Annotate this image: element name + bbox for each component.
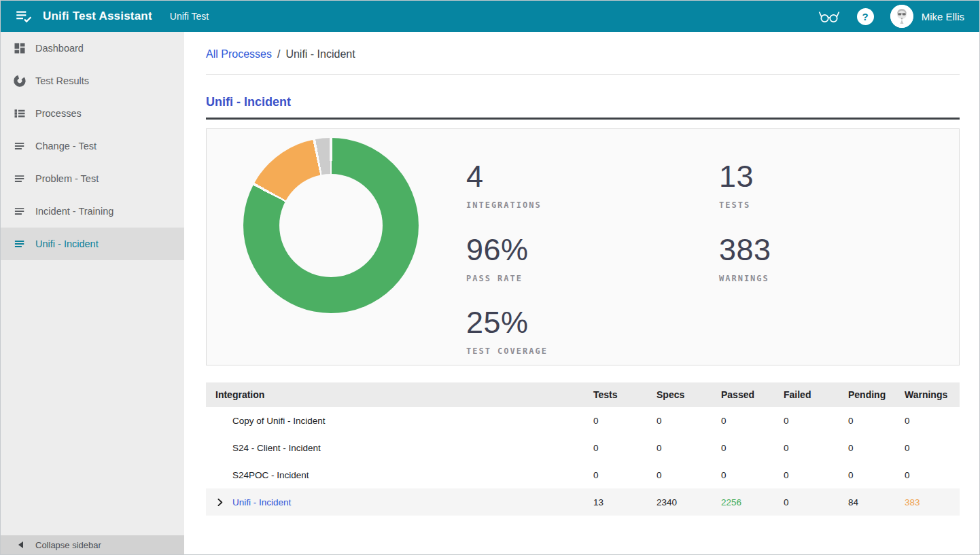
process-lines-icon — [13, 139, 27, 153]
integration-name-cell: Unifi - Incident — [206, 497, 593, 508]
results-donut-chart — [243, 138, 419, 313]
sidebar-item-label: Incident - Training — [35, 206, 113, 217]
failed-value: 0 — [784, 416, 848, 426]
donut-chart-icon — [13, 74, 27, 88]
pending-value: 0 — [848, 416, 905, 426]
pending-value: 84 — [848, 497, 905, 507]
passed-value: 2256 — [721, 497, 784, 507]
sidebar-item-problem-test[interactable]: Problem - Test — [1, 162, 184, 195]
sidebar-item-dashboard[interactable]: Dashboard — [1, 32, 184, 65]
integration-name-cell: Copy of Unifi - Incident — [206, 416, 593, 426]
column-header-warnings: Warnings — [905, 389, 960, 400]
breadcrumb: All Processes / Unifi - Incident — [206, 48, 960, 60]
failed-value: 0 — [784, 470, 848, 480]
column-header-tests: Tests — [593, 389, 657, 400]
tests-value: 0 — [593, 443, 657, 453]
app-subtitle: Unifi Test — [170, 11, 209, 22]
passed-value: 0 — [721, 416, 784, 426]
stat-integrations: 4INTEGRATIONS — [466, 159, 542, 210]
stat-value: 4 — [466, 159, 542, 194]
column-header-failed: Failed — [784, 389, 848, 400]
sidebar-nav: DashboardTest ResultsProcessesChange - T… — [1, 32, 184, 535]
integration-table: IntegrationTestsSpecsPassedFailedPending… — [206, 382, 960, 516]
sidebar: DashboardTest ResultsProcessesChange - T… — [1, 32, 184, 554]
breadcrumb-separator: / — [277, 48, 280, 60]
stat-value: 383 — [719, 232, 771, 268]
warnings-value: 383 — [905, 497, 960, 507]
collapse-arrow-icon — [18, 541, 23, 548]
chevron-right-icon[interactable] — [214, 497, 226, 508]
sidebar-item-label: Change - Test — [35, 141, 97, 151]
column-header-passed: Passed — [721, 389, 784, 400]
column-header-pending: Pending — [848, 389, 905, 400]
stat-label: TEST COVERAGE — [466, 346, 548, 356]
stat-warnings: 383WARNINGS — [719, 232, 771, 283]
process-lines-icon — [13, 237, 27, 251]
stat-label: INTEGRATIONS — [466, 200, 542, 210]
failed-value: 0 — [784, 443, 848, 453]
sidebar-item-incident-training[interactable]: Incident - Training — [1, 195, 184, 228]
table-header-row: IntegrationTestsSpecsPassedFailedPending… — [206, 382, 960, 407]
pending-value: 0 — [848, 470, 905, 480]
process-lines-icon — [13, 172, 27, 185]
stat-label: PASS RATE — [466, 274, 529, 283]
sidebar-item-label: Problem - Test — [35, 173, 99, 184]
stat-test-coverage: 25%TEST COVERAGE — [466, 305, 548, 356]
sidebar-item-change-test[interactable]: Change - Test — [1, 130, 184, 162]
failed-value: 0 — [784, 497, 848, 507]
glasses-icon[interactable] — [818, 8, 841, 24]
stat-value: 25% — [466, 305, 548, 340]
specs-value: 0 — [657, 443, 721, 453]
column-header-specs: Specs — [657, 389, 721, 400]
tests-value: 0 — [593, 470, 657, 480]
column-header-integration: Integration — [206, 389, 593, 400]
summary-card: 4INTEGRATIONS13TESTS96%PASS RATE383WARNI… — [206, 128, 960, 365]
warnings-value: 0 — [905, 416, 960, 426]
help-icon[interactable]: ? — [857, 8, 874, 25]
main-content: All Processes / Unifi - Incident Unifi -… — [184, 32, 979, 554]
breadcrumb-current: Unifi - Incident — [285, 48, 355, 60]
passed-value: 0 — [721, 470, 784, 480]
stat-value: 13 — [719, 159, 754, 194]
sidebar-item-label: Unifi - Incident — [35, 238, 99, 249]
avatar[interactable] — [890, 5, 913, 28]
table-body: Copy of Unifi - Incident000000S24 - Clie… — [206, 407, 960, 516]
passed-value: 0 — [721, 443, 784, 453]
integration-label: Copy of Unifi - Incident — [232, 416, 326, 426]
specs-value: 2340 — [657, 497, 721, 507]
stat-label: TESTS — [719, 200, 754, 210]
sidebar-item-label: Test Results — [35, 75, 89, 86]
integration-label: S24 - Client - Incident — [232, 443, 321, 453]
integration-label: S24POC - Incident — [232, 470, 309, 480]
integration-link[interactable]: Unifi - Incident — [232, 497, 291, 507]
list-icon — [13, 107, 27, 120]
sidebar-item-label: Processes — [35, 108, 82, 119]
divider — [206, 74, 960, 75]
app-title: Unifi Test Assistant — [43, 10, 152, 23]
table-row: S24 - Client - Incident000000 — [206, 434, 960, 461]
collapse-sidebar-button[interactable]: Collapse sidebar — [1, 535, 184, 554]
tests-value: 0 — [593, 416, 657, 426]
top-bar-actions: ? Mike Ellis — [818, 5, 979, 28]
title-underline — [206, 118, 960, 120]
table-row: S24POC - Incident000000 — [206, 461, 960, 488]
sidebar-item-test-results[interactable]: Test Results — [1, 65, 184, 97]
menu-check-icon[interactable] — [14, 7, 32, 25]
top-bar: Unifi Test Assistant Unifi Test ? Mike E — [1, 1, 979, 32]
specs-value: 0 — [657, 470, 721, 480]
breadcrumb-all-processes-link[interactable]: All Processes — [206, 48, 272, 60]
stat-pass-rate: 96%PASS RATE — [466, 232, 529, 283]
stat-label: WARNINGS — [719, 274, 771, 283]
sidebar-item-processes[interactable]: Processes — [1, 97, 184, 130]
sidebar-item-unifi-incident[interactable]: Unifi - Incident — [1, 228, 184, 260]
dashboard-icon — [13, 41, 27, 55]
collapse-sidebar-label: Collapse sidebar — [35, 540, 101, 550]
integration-name-cell: S24 - Client - Incident — [206, 443, 593, 453]
warnings-value: 0 — [905, 443, 960, 453]
process-lines-icon — [13, 204, 27, 218]
table-row: Copy of Unifi - Incident000000 — [206, 407, 960, 434]
user-name[interactable]: Mike Ellis — [922, 11, 964, 22]
warnings-value: 0 — [905, 470, 960, 480]
stat-value: 96% — [466, 232, 529, 268]
specs-value: 0 — [657, 416, 721, 426]
